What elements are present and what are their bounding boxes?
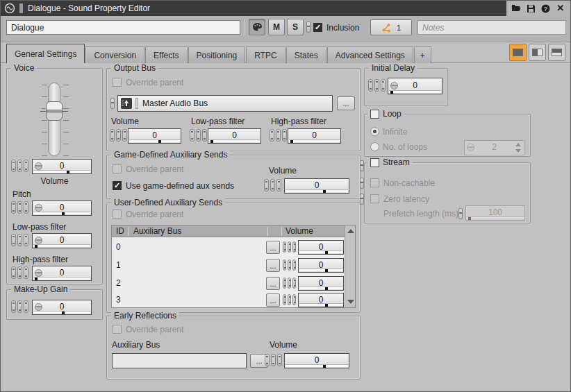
mini-slider[interactable] bbox=[129, 139, 180, 142]
voice-lpf-field[interactable]: 0 bbox=[32, 233, 92, 248]
mini-slider[interactable] bbox=[33, 277, 90, 280]
tab-effects[interactable]: Effects bbox=[145, 46, 187, 63]
row-browse-button[interactable]: ... bbox=[266, 277, 280, 290]
property-indicator-icons[interactable] bbox=[283, 259, 296, 271]
er-volume-field[interactable]: 0 bbox=[284, 353, 349, 368]
output-bus-volume-field[interactable]: 0 bbox=[128, 128, 181, 144]
mini-slider[interactable] bbox=[286, 364, 348, 367]
prefetch-field[interactable]: 100 bbox=[465, 205, 525, 221]
help-icon[interactable]: ? bbox=[541, 3, 551, 13]
mini-slider[interactable] bbox=[289, 139, 340, 142]
non-cachable-checkbox[interactable] bbox=[370, 178, 379, 187]
property-indicator-icons[interactable] bbox=[264, 179, 281, 191]
loop-infinite-radio[interactable] bbox=[370, 127, 379, 136]
inclusion-checkbox[interactable] bbox=[313, 23, 322, 32]
stream-checkbox[interactable] bbox=[370, 158, 379, 167]
property-indicator-icons[interactable] bbox=[368, 79, 386, 92]
mini-slider[interactable] bbox=[467, 216, 524, 219]
mini-slider[interactable] bbox=[33, 170, 90, 173]
voice-hpf-field[interactable]: 0 bbox=[32, 266, 92, 281]
scroll-up-icon[interactable] bbox=[347, 229, 354, 233]
output-bus-lpf-field[interactable]: 0 bbox=[208, 128, 261, 144]
object-name-input[interactable] bbox=[6, 20, 240, 35]
loop-checkbox[interactable] bbox=[370, 110, 379, 119]
property-indicator-icons[interactable] bbox=[190, 129, 207, 142]
output-bus-selector[interactable]: Master Audio Bus bbox=[117, 95, 333, 112]
loop-count-radio[interactable] bbox=[370, 142, 379, 151]
layout-horizontal-split-button[interactable] bbox=[548, 44, 565, 61]
tab-rtpc[interactable]: RTPC bbox=[246, 46, 285, 63]
tab-add-button[interactable]: + bbox=[414, 46, 431, 63]
notes-input[interactable] bbox=[417, 20, 566, 35]
tab-general-settings[interactable]: General Settings bbox=[6, 44, 85, 63]
row-browse-button[interactable]: ... bbox=[266, 259, 280, 272]
color-palette-button[interactable] bbox=[249, 19, 265, 35]
link-indicator-icon[interactable] bbox=[110, 98, 115, 109]
mini-slider[interactable] bbox=[33, 311, 90, 314]
tab-conversion[interactable]: Conversion bbox=[85, 46, 144, 63]
row-volume-field[interactable]: 0 bbox=[298, 240, 344, 255]
references-button[interactable]: 1 bbox=[370, 19, 412, 35]
use-game-defined-aux-sends-checkbox[interactable] bbox=[113, 181, 122, 190]
mini-slider[interactable] bbox=[389, 90, 441, 93]
close-icon[interactable]: ✕ bbox=[556, 3, 565, 13]
tab-states[interactable]: States bbox=[286, 46, 326, 63]
pitch-field[interactable]: 0 bbox=[32, 201, 92, 216]
tab-positioning[interactable]: Positioning bbox=[188, 46, 246, 63]
mini-slider[interactable] bbox=[33, 212, 90, 214]
row-volume-field[interactable]: 0 bbox=[298, 276, 344, 291]
property-indicator-icons[interactable] bbox=[11, 234, 28, 246]
save-icon[interactable] bbox=[526, 3, 536, 13]
volume-fader-handle[interactable] bbox=[46, 101, 63, 121]
row-browse-button[interactable]: ... bbox=[266, 241, 280, 254]
scroll-down-icon[interactable] bbox=[347, 300, 354, 304]
zero-latency-checkbox[interactable] bbox=[370, 194, 379, 203]
link-indicator-icon[interactable] bbox=[360, 160, 364, 171]
layout-vertical-split-button[interactable] bbox=[529, 44, 546, 61]
loop-count-field[interactable]: 2 bbox=[464, 140, 524, 155]
er-aux-bus-field[interactable] bbox=[112, 353, 247, 368]
makeup-gain-field[interactable]: 0 bbox=[32, 300, 92, 315]
mini-slider[interactable] bbox=[299, 269, 342, 271]
link-indicator-icon[interactable] bbox=[458, 208, 463, 219]
link-indicator-icon[interactable] bbox=[360, 194, 364, 205]
link-indicator-icon[interactable] bbox=[360, 178, 364, 189]
row-browse-button[interactable]: ... bbox=[266, 293, 280, 307]
row-volume-field[interactable]: 0 bbox=[298, 258, 344, 273]
table-scrollbar[interactable] bbox=[345, 225, 355, 307]
loop-count-stepper[interactable] bbox=[514, 142, 522, 153]
mini-slider[interactable] bbox=[299, 250, 342, 253]
user-aux-override-checkbox[interactable] bbox=[113, 210, 122, 219]
property-indicator-icons[interactable] bbox=[110, 129, 127, 142]
voice-volume-field[interactable]: 0 bbox=[32, 159, 92, 174]
early-reflections-override-checkbox[interactable] bbox=[113, 325, 122, 334]
layout-single-pane-button[interactable] bbox=[509, 44, 527, 61]
property-indicator-icons[interactable] bbox=[283, 294, 296, 305]
property-indicator-icons[interactable] bbox=[270, 129, 287, 142]
output-bus-override-checkbox[interactable] bbox=[113, 78, 122, 87]
row-volume-field[interactable]: 0 bbox=[298, 293, 344, 307]
property-indicator-icons[interactable] bbox=[283, 278, 296, 289]
property-indicator-icons[interactable] bbox=[11, 266, 28, 279]
output-bus-hpf-field[interactable]: 0 bbox=[288, 128, 341, 144]
game-aux-volume-field[interactable]: 0 bbox=[284, 178, 349, 194]
initial-delay-field[interactable]: 0 bbox=[388, 78, 442, 94]
property-indicator-icons[interactable] bbox=[283, 241, 296, 253]
mini-slider[interactable] bbox=[286, 189, 348, 192]
property-indicator-icons[interactable] bbox=[11, 160, 28, 172]
mini-slider[interactable] bbox=[209, 139, 260, 142]
mini-slider[interactable] bbox=[33, 244, 90, 247]
property-indicator-icons[interactable] bbox=[265, 354, 282, 366]
solo-button[interactable]: S bbox=[287, 19, 304, 35]
mini-slider[interactable] bbox=[299, 287, 342, 289]
mini-slider[interactable] bbox=[299, 303, 342, 306]
mute-button[interactable]: M bbox=[268, 19, 285, 35]
link-indicator-icon[interactable] bbox=[306, 22, 311, 33]
game-aux-override-checkbox[interactable] bbox=[113, 164, 122, 173]
titlebar[interactable]: Dialogue - Sound Property Editor ? ✕ bbox=[1, 1, 570, 16]
output-bus-browse-button[interactable]: ... bbox=[337, 96, 355, 110]
property-indicator-icons[interactable] bbox=[11, 300, 28, 313]
open-icon[interactable] bbox=[511, 3, 521, 13]
tab-advanced-settings[interactable]: Advanced Settings bbox=[327, 46, 413, 63]
property-indicator-icons[interactable] bbox=[11, 201, 28, 214]
